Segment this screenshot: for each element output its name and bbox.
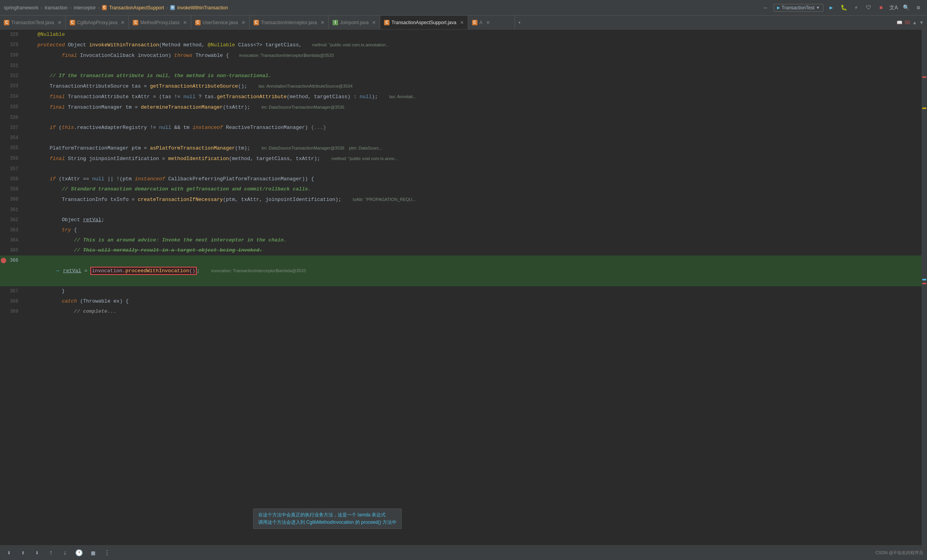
tab-close-transactionaspectsupport[interactable]: ✕ [460,20,464,25]
line-content-335: final TransactionManager tm = determineT… [21,102,922,113]
line-content-329: protected Object invokeWithinTransaction… [21,40,922,50]
tab-icon-methodproxy: C [133,20,138,25]
table-row: 328 @Nullable [0,30,922,40]
tab-bar: C TransactionTest.java ✕ C CglibAopProxy… [0,16,927,30]
editor-container: 328 @Nullable 329 protected Object invok… [0,30,927,560]
line-num-328: 328 [0,30,21,40]
line-num-332: 332 [0,71,21,81]
git-pull-icon[interactable]: ↑ [46,548,56,558]
tab-userservice[interactable]: C UserService.java ✕ [191,16,250,29]
line-num-367: 367 [0,286,21,296]
line-content-366: → retVal = invocation.proceedWithInvocat… [21,255,922,286]
breakpoint-indicator [1,258,6,263]
table-row: 360 TransactionInfo txInfo = createTrans… [0,194,922,205]
breadcrumb-class[interactable]: TransactionAspectSupport [109,5,164,11]
upload-icon[interactable]: ⬆ [18,548,28,558]
exec-arrow: → [56,268,62,274]
top-bar: springframework › transaction › intercep… [0,0,927,16]
line-content-367: } [21,286,922,296]
table-row: 354 [0,133,922,143]
tab-close-userservice[interactable]: ✕ [241,20,245,25]
breadcrumb-interceptor[interactable]: interceptor [74,5,96,11]
tab-close-cglibaopproxy[interactable]: ✕ [121,20,125,25]
back-icon[interactable]: ← [761,3,770,12]
coverage-icon[interactable]: 🛡 [864,3,873,12]
csdn-label: CSDN @不知名的程序员 [876,550,923,556]
line-num-354: 354 [0,133,21,143]
line-content-336 [21,113,922,123]
translate-icon[interactable]: 文A [889,3,898,12]
git-push-icon[interactable]: ↓ [60,548,70,558]
table-row: 335 final TransactionManager tm = determ… [0,102,922,113]
table-row: 331 [0,61,922,71]
arrow-up-icon[interactable]: ▲ [912,20,917,25]
scroll-error-marker-2 [922,283,926,284]
tab-label-userservice: UserService.java [203,20,238,25]
line-num-364: 364 [0,235,21,245]
line-content-358: if (txAttr == null || !(ptm instanceof C… [21,174,922,184]
breadcrumb-transaction[interactable]: transaction [45,5,68,11]
profile-icon[interactable]: ⚡ [851,3,861,12]
line-num-336: 336 [0,113,21,123]
terminal-icon[interactable]: ⬇ [4,548,14,558]
debug-icon[interactable]: 🐛 [839,3,848,12]
stop-icon[interactable]: ■ [876,3,886,12]
tab-close-transactiontest[interactable]: ✕ [58,20,62,25]
table-row: 361 [0,205,922,215]
breadcrumb-method[interactable]: invokeWithinTransaction [177,5,228,11]
breadcrumb-method-icon: m [170,5,175,10]
indent-icon[interactable]: ⋮ [102,548,112,558]
tooltip-line1: 在这个方法中会真正的执行业务方法，这是一个 lamda 表达式 [258,511,397,519]
table-row: 355 PlatformTransactionManager ptm = asP… [0,143,922,153]
line-num-337: 337 [0,123,21,133]
breadcrumb-springframework[interactable]: springframework [4,5,39,11]
tab-label-a: A [479,20,483,25]
line-num-334: 334 [0,92,21,102]
tab-icon-cglibaopproxy: C [70,20,75,25]
line-num-360: 360 [0,194,21,205]
line-num-363: 363 [0,225,21,235]
tab-more-button[interactable]: ▾ [515,16,524,29]
tab-transactionaspectsupport[interactable]: C TransactionAspectSupport.java ✕ [380,16,468,29]
line-num-369: 369 [0,306,21,317]
table-row: 332 // If the transaction attribute is n… [0,71,922,81]
tab-close-methodproxy[interactable]: ✕ [183,20,187,25]
search-icon[interactable]: 🔍 [901,3,911,12]
tab-label-transactionaspectsupport: TransactionAspectSupport.java [391,20,456,25]
tab-a[interactable]: C A ✕ [468,16,515,29]
line-content-355: PlatformTransactionManager ptm = asPlatf… [21,143,922,153]
table-row: 369 // complete... [0,306,922,317]
table-row: 356 final String joinpointIdentification… [0,153,922,164]
settings-icon[interactable]: ⚙ [914,3,923,12]
line-num-361: 361 [0,205,21,215]
table-row: 367 } [0,286,922,296]
table-row: 368 catch (Throwable ex) { [0,296,922,306]
download-icon[interactable]: ⬇ [32,548,42,558]
tab-close-a[interactable]: ✕ [486,20,490,25]
right-scroll-gutter[interactable] [922,30,927,560]
code-area[interactable]: 328 @Nullable 329 protected Object invok… [0,30,922,560]
top-bar-right: ← ▶ TransactionTest ▼ ▶ 🐛 ⚡ 🛡 ■ 文A 🔍 ⚙ [761,3,923,12]
tab-close-transactioninterceptor[interactable]: ✕ [321,20,324,25]
tab-joinpoint[interactable]: I Joinpoint.java ✕ [329,16,380,29]
tab-transactioninterceptor[interactable]: C TransactionInterceptor.java ✕ [250,16,329,29]
line-num-358: 358 [0,174,21,184]
tab-icon-transactiontest: C [4,20,9,25]
tab-close-joinpoint[interactable]: ✕ [372,20,376,25]
run-icon[interactable]: ▶ [827,3,836,12]
tab-icon-userservice: C [195,20,201,25]
line-content-361 [21,205,922,215]
tab-transactiontest[interactable]: C TransactionTest.java ✕ [0,16,66,29]
tab-cglibaopproxy[interactable]: C CglibAopProxy.java ✕ [66,16,129,29]
history-icon[interactable]: 🕐 [74,548,84,558]
table-row: 362 Object retVal; [0,215,922,225]
line-num-359: 359 [0,184,21,194]
line-content-356: final String joinpointIdentification = m… [21,153,922,164]
scroll-exec-marker [922,279,926,280]
table-icon[interactable]: ▦ [88,548,98,558]
tab-methodproxy[interactable]: C MethodProxy.class ✕ [129,16,191,29]
code-content: 328 @Nullable 329 protected Object invok… [0,30,922,317]
breadcrumb-sep-1: › [41,5,42,11]
run-config[interactable]: ▶ TransactionTest ▼ [774,4,823,12]
arrow-down-icon[interactable]: ▼ [919,20,924,25]
